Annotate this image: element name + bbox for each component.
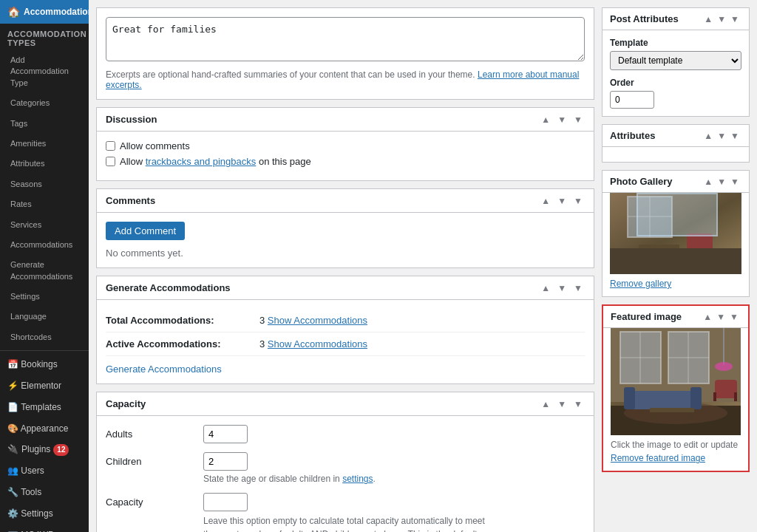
capacity-input[interactable] <box>203 493 248 511</box>
svg-rect-26 <box>624 387 635 409</box>
sidebar-item-categories[interactable]: Categories <box>0 93 89 113</box>
generate-link-row: Generate Accommodations <box>106 356 585 375</box>
excerpt-section: Great for families Excerpts are optional… <box>96 7 594 100</box>
gen-acc-toggle-btn[interactable]: ▼ <box>571 283 585 293</box>
allow-trackbacks-checkbox[interactable] <box>106 157 115 166</box>
svg-rect-28 <box>650 408 694 412</box>
svg-rect-10 <box>642 248 645 259</box>
post-attrs-toggle-btn[interactable]: ▼ <box>728 14 741 24</box>
attributes-header: Attributes ▲ ▼ ▼ <box>602 125 749 147</box>
sidebar-item-templates[interactable]: 📄 Templates <box>0 397 89 418</box>
capacity-row: Capacity Leave this option empty to calc… <box>106 493 585 532</box>
photo-gallery-body: Remove gallery <box>602 193 749 296</box>
comments-toggle-btn[interactable]: ▼ <box>571 196 585 206</box>
mc4wp-label: MC4WP <box>21 530 54 532</box>
svg-rect-5 <box>610 252 741 274</box>
trackbacks-link[interactable]: trackbacks and pingbacks <box>146 156 257 167</box>
total-accommodations-link[interactable]: Show Accommodations <box>268 315 367 326</box>
gallery-image[interactable] <box>610 193 741 274</box>
featured-image-down-btn[interactable]: ▼ <box>714 312 727 322</box>
comments-controls: ▲ ▼ ▼ <box>539 196 585 206</box>
sidebar-item-seasons[interactable]: Seasons <box>0 174 89 194</box>
svg-rect-33 <box>734 392 737 401</box>
gen-acc-up-btn[interactable]: ▲ <box>539 283 552 293</box>
generate-link[interactable]: Generate Accommodations <box>106 364 222 375</box>
capacity-title: Capacity <box>106 398 539 409</box>
adults-row: Adults <box>106 425 585 443</box>
photo-gallery-up-btn[interactable]: ▲ <box>702 177 715 187</box>
excerpt-textarea[interactable]: Great for families <box>106 17 585 61</box>
featured-image-up-btn[interactable]: ▲ <box>701 312 714 322</box>
sidebar-item-plugins[interactable]: 🔌 Plugins 12 <box>0 439 89 460</box>
sidebar-item-elementor[interactable]: ⚡ Elementor <box>0 375 89 397</box>
children-note: State the age or disable children in set… <box>203 474 376 484</box>
remove-featured-image-link[interactable]: Remove featured image <box>611 453 741 463</box>
comments-down-btn[interactable]: ▼ <box>555 196 568 206</box>
sidebar-item-settings[interactable]: Settings <box>0 287 89 307</box>
photo-gallery-title: Photo Gallery <box>610 176 702 187</box>
discussion-down-btn[interactable]: ▼ <box>555 115 568 125</box>
sidebar-item-generate-accommodations[interactable]: Generate Accommodations <box>0 255 89 287</box>
post-attrs-down-btn[interactable]: ▼ <box>715 14 728 24</box>
attributes-down-btn[interactable]: ▼ <box>715 131 728 141</box>
comments-up-btn[interactable]: ▲ <box>539 196 552 206</box>
total-accommodations-value: 3 Show Accommodations <box>259 315 367 326</box>
sidebar-item-shortcodes[interactable]: Shortcodes <box>0 327 89 347</box>
allow-comments-checkbox[interactable] <box>106 141 115 151</box>
photo-gallery-down-btn[interactable]: ▼ <box>715 177 728 187</box>
photo-gallery-toggle-btn[interactable]: ▼ <box>728 177 741 187</box>
sidebar-item-settings-main[interactable]: ⚙️ Settings <box>0 503 89 525</box>
gen-acc-down-btn[interactable]: ▼ <box>555 283 568 293</box>
sidebar-item-tags[interactable]: Tags <box>0 114 89 134</box>
attributes-body <box>602 147 749 162</box>
order-input[interactable] <box>610 91 654 109</box>
attributes-up-btn[interactable]: ▲ <box>702 131 715 141</box>
accommodation-icon: 🏠 <box>7 6 20 18</box>
sidebar-item-appearance[interactable]: 🎨 Appearance <box>0 418 89 440</box>
sidebar-item-mc4wp[interactable]: ✉️ MC4WP <box>0 525 89 532</box>
active-accommodations-row: Active Accommodations: 3 Show Accommodat… <box>106 332 585 356</box>
capacity-toggle-btn[interactable]: ▼ <box>571 399 585 409</box>
allow-trackbacks-label: Allow trackbacks and pingbacks on this p… <box>120 156 311 167</box>
discussion-metabox: Discussion ▲ ▼ ▼ Allow comments Allow tr… <box>96 107 594 181</box>
post-attrs-up-btn[interactable]: ▲ <box>702 14 715 24</box>
appearance-icon: 🎨 <box>7 423 18 434</box>
active-accommodations-link[interactable]: Show Accommodations <box>268 338 367 349</box>
svg-rect-27 <box>690 387 702 409</box>
capacity-up-btn[interactable]: ▲ <box>539 399 552 409</box>
sidebar-item-attributes[interactable]: Attributes <box>0 154 89 174</box>
attributes-title: Attributes <box>610 130 702 141</box>
sidebar-item-services[interactable]: Services <box>0 215 89 235</box>
trackbacks-suffix: on this page <box>259 156 311 167</box>
sidebar-item-rates[interactable]: Rates <box>0 194 89 214</box>
svg-rect-30 <box>688 412 692 420</box>
post-attributes-title: Post Attributes <box>610 13 702 24</box>
children-settings-link[interactable]: settings <box>342 474 373 484</box>
sidebar-item-bookings[interactable]: 📅 Bookings <box>0 354 89 375</box>
remove-gallery-link[interactable]: Remove gallery <box>610 279 741 289</box>
adults-input[interactable] <box>203 425 248 443</box>
active-accommodations-label: Active Accommodations: <box>106 338 254 349</box>
capacity-body: Adults Children State the age or disable… <box>97 416 594 532</box>
order-label: Order <box>610 78 741 88</box>
sidebar-item-language[interactable]: Language <box>0 307 89 327</box>
attributes-toggle-btn[interactable]: ▼ <box>728 131 741 141</box>
discussion-toggle-btn[interactable]: ▼ <box>571 115 585 125</box>
add-comment-button[interactable]: Add Comment <box>106 222 185 240</box>
capacity-controls: ▲ ▼ ▼ <box>539 399 585 409</box>
sidebar-item-add-accommodation-type[interactable]: Add Accommodation Type <box>0 50 89 93</box>
children-input[interactable] <box>203 452 248 471</box>
discussion-up-btn[interactable]: ▲ <box>539 115 552 125</box>
sidebar-item-accommodations[interactable]: Accommodations <box>0 235 89 255</box>
sidebar-item-users[interactable]: 👥 Users <box>0 460 89 482</box>
discussion-title: Discussion <box>106 114 539 125</box>
featured-image-toggle-btn[interactable]: ▼ <box>727 312 741 322</box>
sidebar-plugin-header[interactable]: 🏠 Accommodation <box>0 0 89 24</box>
tools-icon: 🔧 <box>7 487 18 497</box>
template-select[interactable]: Default template Custom template <box>610 51 741 70</box>
sidebar-item-amenities[interactable]: Amenities <box>0 134 89 154</box>
featured-image[interactable] <box>611 328 741 435</box>
sidebar-item-tools[interactable]: 🔧 Tools <box>0 482 89 503</box>
allow-trackbacks-row: Allow trackbacks and pingbacks on this p… <box>106 156 585 167</box>
capacity-down-btn[interactable]: ▼ <box>555 399 568 409</box>
